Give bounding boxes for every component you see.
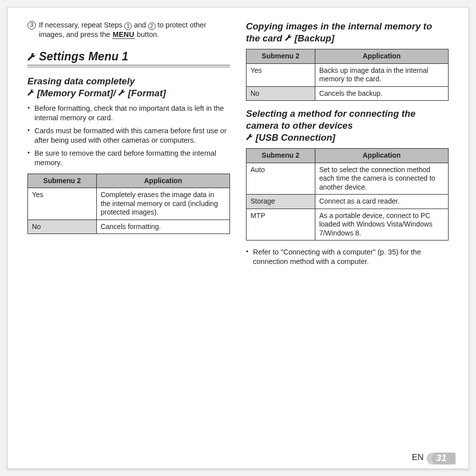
erasing-bullets: Before formatting, check that no importa…: [27, 104, 230, 167]
language-label: EN: [412, 453, 424, 463]
step-3: 3 If necessary, repeat Steps 1 and 2 to …: [27, 20, 230, 39]
wrench-icon: [246, 132, 253, 144]
table-row: YesBacks up image data in the internal m…: [246, 63, 449, 86]
backup-heading-l2: [Backup]: [294, 33, 334, 43]
usb-table: Submenu 2Application AutoSet to select t…: [246, 148, 449, 240]
left-column: 3 If necessary, repeat Steps 1 and 2 to …: [27, 20, 230, 272]
erasing-heading-l2a: [Memory Format]/: [37, 88, 116, 98]
th-application: Application: [315, 49, 448, 64]
section-title-text: Settings Menu 1: [39, 50, 128, 63]
wrench-icon: [27, 87, 34, 99]
menu-button-label: MENU: [112, 30, 135, 39]
backup-heading: Copying images in the internal memory to…: [246, 20, 449, 44]
erasing-heading: Erasing data completely [Memory Format]/…: [27, 75, 230, 99]
page-footer: EN 31: [7, 448, 469, 469]
wrench-icon: [118, 87, 125, 99]
step-3-text-d: button.: [137, 30, 159, 38]
erasing-table: Submenu 2Application YesCompletely erase…: [27, 174, 230, 235]
erasing-heading-l2b: [Format]: [128, 88, 166, 98]
manual-page: 3 If necessary, repeat Steps 1 and 2 to …: [7, 7, 469, 469]
table-row: AutoSet to select the connection method …: [246, 163, 449, 195]
table-row: YesCompletely erases the image data in t…: [28, 188, 230, 220]
section-title-settings-1: Settings Menu 1: [27, 50, 230, 66]
wrench-icon: [285, 32, 292, 44]
step-3-text-a: If necessary, repeat Steps: [39, 21, 124, 29]
page-number: 31: [436, 453, 447, 464]
table-row: MTPAs a portable device, connect to PC l…: [246, 209, 449, 240]
backup-table: Submenu 2Application YesBacks up image d…: [246, 49, 449, 101]
right-column: Copying images in the internal memory to…: [246, 20, 449, 272]
th-application: Application: [96, 174, 230, 188]
usb-heading-l1: Selecting a method for connecting the ca…: [246, 108, 449, 131]
step-3-text-b: and: [134, 21, 148, 29]
list-item: Cards must be formatted with this camera…: [27, 126, 230, 145]
th-submenu: Submenu 2: [246, 49, 315, 64]
wrench-icon: [27, 53, 36, 63]
list-item: Refer to "Connecting with a computer" (p…: [246, 247, 449, 266]
step-ref-1-icon: 1: [124, 22, 132, 30]
usb-bullets: Refer to "Connecting with a computer" (p…: [246, 247, 449, 266]
usb-heading: Selecting a method for connecting the ca…: [246, 108, 449, 143]
th-submenu: Submenu 2: [28, 174, 97, 188]
step-number-3-icon: 3: [27, 21, 36, 29]
erasing-heading-l1: Erasing data completely: [27, 75, 230, 87]
table-row: NoCancels formatting.: [28, 220, 230, 234]
th-submenu: Submenu 2: [246, 149, 315, 163]
backup-heading-l1: Copying images in the internal memory to…: [246, 21, 432, 43]
step-ref-2-icon: 2: [148, 22, 156, 30]
th-application: Application: [315, 149, 448, 163]
table-row: NoCancels the backup.: [246, 86, 449, 101]
usb-heading-l2: [USB Connection]: [255, 132, 335, 143]
list-item: Be sure to remove the card before format…: [27, 149, 230, 168]
table-row: StorageConnect as a card reader.: [246, 195, 449, 209]
list-item: Before formatting, check that no importa…: [27, 104, 230, 123]
